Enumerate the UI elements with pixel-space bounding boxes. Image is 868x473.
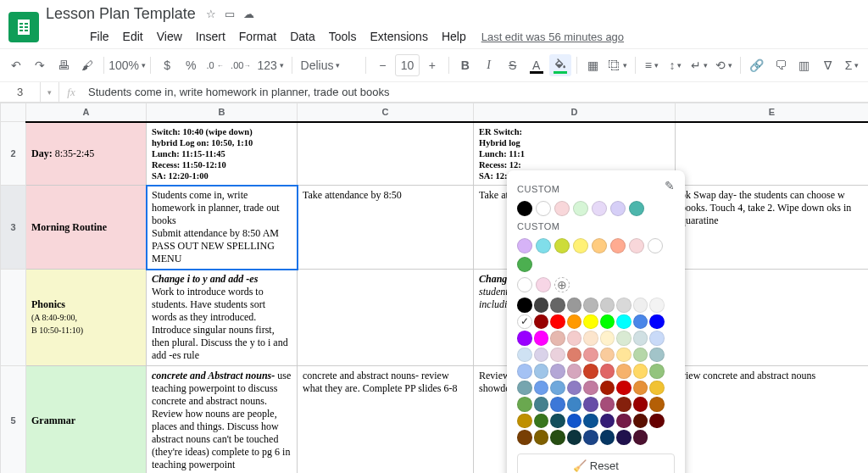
palette-swatch[interactable] (633, 397, 648, 412)
palette-swatch[interactable] (649, 381, 665, 396)
font-size-input[interactable]: 10 (395, 54, 420, 76)
palette-swatch[interactable] (567, 348, 582, 363)
cell-a5[interactable]: Grammar (26, 366, 147, 473)
bold-button[interactable]: B (454, 54, 476, 76)
palette-swatch[interactable] (600, 381, 615, 396)
palette-swatch[interactable] (550, 397, 565, 412)
undo-icon[interactable]: ↶ (5, 54, 27, 76)
cell-c3[interactable]: Take attendance by 8:50 (298, 186, 474, 270)
row-header-4[interactable] (1, 270, 26, 366)
star-icon[interactable]: ☆ (206, 8, 216, 20)
reset-button[interactable]: 🧹 Reset (517, 454, 675, 474)
palette-swatch[interactable] (633, 364, 648, 379)
menu-insert[interactable]: Insert (191, 26, 231, 47)
col-header-e[interactable]: E (676, 103, 869, 122)
palette-swatch[interactable] (649, 331, 665, 346)
print-icon[interactable]: 🖶 (53, 54, 75, 76)
palette-swatch[interactable] (567, 414, 582, 429)
spreadsheet-grid[interactable]: A B C D E 2 Day: 8:35-2:45 Switch: 10:40… (0, 103, 868, 473)
redo-icon[interactable]: ↷ (29, 54, 51, 76)
palette-swatch[interactable] (600, 314, 615, 330)
palette-swatch[interactable] (600, 348, 615, 363)
more-formats[interactable]: 123 (255, 54, 287, 76)
increase-decimal[interactable]: .00→ (228, 54, 253, 76)
menu-file[interactable]: File (85, 26, 114, 47)
palette-swatch[interactable] (600, 364, 615, 379)
palette-swatch[interactable] (517, 381, 532, 396)
fill-color-button[interactable] (549, 54, 571, 76)
rotate-button[interactable]: ⟲ (712, 54, 735, 76)
cell-a4[interactable]: Phonics(A 8:40-9:00, B 10:50-11:10) (26, 270, 147, 366)
filter-button[interactable]: ∇ (817, 54, 839, 76)
menu-tools[interactable]: Tools (324, 26, 362, 47)
palette-swatch[interactable] (600, 397, 615, 412)
col-header-b[interactable]: B (147, 103, 298, 122)
edit-custom-icon[interactable]: ✎ (665, 179, 675, 192)
palette-swatch[interactable] (649, 298, 665, 313)
palette-swatch[interactable] (616, 331, 632, 346)
last-edit-link[interactable]: Last edit was 56 minutes ago (481, 31, 624, 43)
palette-swatch[interactable] (550, 298, 565, 313)
palette-swatch[interactable] (517, 364, 532, 379)
palette-swatch[interactable] (567, 364, 582, 379)
move-icon[interactable]: ▭ (225, 8, 235, 20)
italic-button[interactable]: I (478, 54, 500, 76)
palette-swatch[interactable] (534, 298, 549, 313)
paint-format-icon[interactable]: 🖌 (76, 54, 98, 76)
color-swatch[interactable] (629, 238, 644, 253)
palette-swatch[interactable] (583, 298, 598, 313)
palette-swatch[interactable] (633, 314, 648, 330)
functions-button[interactable]: Σ (841, 54, 863, 76)
palette-swatch[interactable] (550, 381, 565, 396)
palette-swatch[interactable] (567, 381, 582, 396)
palette-swatch[interactable] (649, 314, 665, 330)
palette-swatch[interactable] (600, 331, 615, 346)
palette-swatch[interactable] (550, 364, 565, 379)
palette-swatch[interactable] (616, 364, 632, 379)
cell-b4[interactable]: Change i to y and add -esWork to introdu… (147, 270, 298, 366)
palette-swatch[interactable] (567, 430, 582, 445)
palette-swatch[interactable] (616, 348, 632, 363)
cell-b3[interactable]: Students come in, write homework in plan… (147, 186, 298, 270)
color-swatch[interactable] (573, 238, 588, 253)
select-all-corner[interactable] (1, 103, 26, 122)
formula-input[interactable]: Students come in, write homework in plan… (83, 84, 868, 100)
add-custom-color-icon[interactable]: ⊕ (554, 277, 570, 292)
cell-c2[interactable] (298, 122, 474, 186)
palette-swatch[interactable] (583, 348, 598, 363)
palette-swatch[interactable] (583, 364, 598, 379)
palette-swatch[interactable] (534, 397, 549, 412)
color-swatch[interactable] (592, 238, 607, 253)
menu-data[interactable]: Data (285, 26, 320, 47)
cell-c5[interactable]: concrete and abstract nouns- review what… (298, 366, 474, 473)
palette-swatch[interactable] (616, 397, 632, 412)
cell-b2[interactable]: Switch: 10:40 (wipe down) hybrid Log on:… (147, 122, 298, 186)
palette-swatch[interactable] (534, 331, 549, 346)
color-swatch[interactable] (554, 201, 570, 216)
wrap-button[interactable]: ↵ (688, 54, 711, 76)
format-percent[interactable]: % (180, 54, 202, 76)
palette-swatch[interactable] (517, 397, 532, 412)
font-size-decrease[interactable]: − (371, 54, 393, 76)
palette-swatch[interactable] (649, 348, 665, 363)
palette-swatch[interactable] (534, 364, 549, 379)
merge-button[interactable]: ⿻ (606, 54, 630, 76)
strikethrough-button[interactable]: S (502, 54, 524, 76)
font-name-dropdown[interactable]: Delius (298, 54, 361, 76)
palette-swatch[interactable] (550, 414, 565, 429)
palette-swatch[interactable] (616, 298, 632, 313)
text-color-button[interactable]: A (526, 54, 548, 76)
palette-swatch[interactable] (600, 430, 615, 445)
cell-a3[interactable]: Morning Routine (26, 186, 147, 270)
palette-swatch[interactable] (633, 430, 648, 445)
palette-swatch[interactable] (633, 381, 648, 396)
palette-swatch[interactable] (567, 314, 582, 330)
palette-swatch[interactable] (616, 414, 632, 429)
cloud-icon[interactable]: ☁ (243, 8, 254, 20)
row-header-5[interactable]: 5 (1, 366, 26, 473)
palette-swatch[interactable] (517, 430, 532, 445)
name-box[interactable]: 3 (0, 82, 41, 102)
color-swatch[interactable] (554, 238, 570, 253)
color-swatch[interactable] (536, 201, 551, 216)
color-swatch[interactable] (629, 201, 644, 216)
